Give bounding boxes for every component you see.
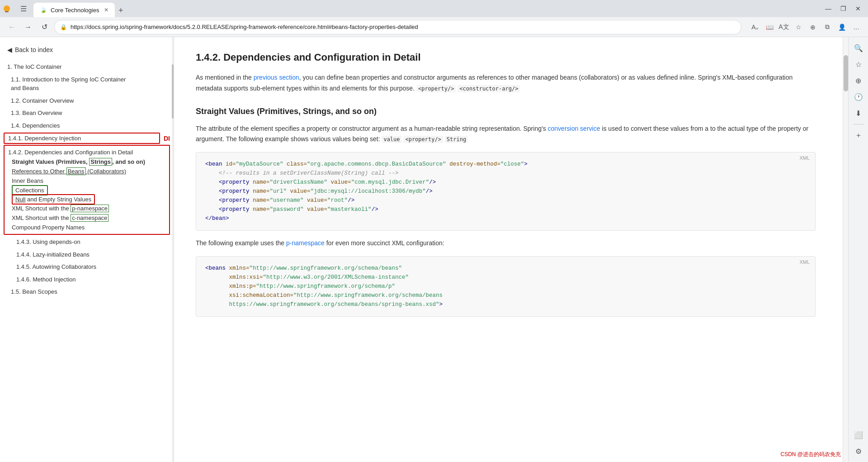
nav-group-142: 1.4.2. Dependencies and Configuration in… [4,145,170,235]
nav-item-dep-injection-row: 1.4.1. Dependency Injection DI [4,133,170,144]
main-scrollbar-thumb [844,55,848,91]
nav-item-15[interactable]: 1.5. Bean Scopes [0,286,174,298]
forward-btn[interactable]: → [22,21,34,33]
code-line-3: <property name="driverClassName" value="… [205,178,806,187]
address-bar-row: ← → ↺ 🔒 https://docs.spring.io/spring-fr… [0,17,868,37]
downloads-sidebar-btn[interactable]: ⬇ [851,106,866,120]
title-bar: ⎯ ☰ 🍃 Core Technologies ✕ + — ❐ ✕ [0,0,868,17]
favorites-sidebar-btn[interactable]: ☆ [851,57,866,71]
previous-section-link[interactable]: previous section [254,74,299,81]
value-code: value [382,136,401,143]
add-sidebar-btn[interactable]: ＋ [851,128,866,143]
window-controls: ⎯ [4,5,10,12]
conversion-service-link[interactable]: conversion service [548,125,600,132]
sidebar-nav: 1. The IoC Container 1.1. Introduction t… [0,61,174,298]
address-bar[interactable]: 🔒 https://docs.spring.io/spring-framewor… [54,20,741,34]
search-icon-btn[interactable]: 🔍 [851,41,866,55]
window-actions: — ❐ ✕ [821,3,864,14]
nav-item-inner-beans[interactable]: Inner Beans [5,176,169,186]
nav-item-143[interactable]: 1.4.3. Using depends-on [0,236,174,248]
back-to-index-label: Back to index [15,46,53,53]
settings-btn[interactable]: … [850,21,863,33]
nav-item-straight-values[interactable]: Straight Values (Primitives, Strings, an… [5,157,169,167]
para2: The attribute of the element specifies a… [196,124,816,145]
nav-item-intro[interactable]: 1.1. Introduction to the Spring IoC Cont… [0,73,174,95]
minimize-btn[interactable]: ⎯ [4,5,10,12]
sidebar-toggle-btn[interactable]: ☰ [17,2,30,15]
extensions-btn[interactable]: ⧉ [821,21,834,33]
collections-sidebar-btn[interactable]: ⊕ [851,73,866,88]
subtitle-straight-values: Straight Values (Primitives, Strings, an… [196,107,816,116]
property-code2: <property/> [403,136,443,143]
nav-item-null[interactable]: Null and Empty String Values [12,194,95,205]
sidebar-scrollbar-thumb [172,64,174,119]
nav-item-ref-other-beans[interactable]: References to Other Beans (Collaborators… [5,167,169,176]
new-tab-btn[interactable]: + [115,4,127,17]
favorites-btn[interactable]: ☆ [792,21,805,33]
refresh-btn[interactable]: ↺ [38,21,51,33]
nav-item-146[interactable]: 1.4.6. Method Injection [0,273,174,286]
watermark: CSDN @进击的码农免充 [780,451,841,458]
intro-paragraph: As mentioned in the previous section, yo… [196,72,816,94]
close-window-btn[interactable]: ✕ [852,3,864,14]
code-line-5: <property name="username" value="root"/> [205,196,806,205]
right-sidebar-divider [853,124,864,124]
profile-btn[interactable]: 👤 [835,21,848,33]
main-scrollbar[interactable] [843,37,848,462]
back-btn[interactable]: ← [5,21,18,33]
string-code: String [445,136,468,143]
di-badge: DI [164,135,170,142]
para3-after: for even more succinct XML configuration… [325,239,444,247]
code-line-2: <!-- results in a setDriverClassName(Str… [205,169,806,178]
back-arrow-icon: ◀ [7,46,12,53]
code-line-4: <property name="url" value="jdbc:mysql:/… [205,187,806,196]
nav-item-145[interactable]: 1.4.5. Autowiring Collaborators [0,261,174,273]
nav-item-dependencies[interactable]: 1.4. Dependencies [0,119,174,132]
code-block-2: XML <beans xmlns="http://www.springframe… [196,256,816,317]
toolbar-icons: Aᵥ 📖 A文 ☆ ⊕ ⧉ 👤 … [749,21,863,33]
para2-before: The attribute of the element specifies a… [196,125,548,132]
code2-line-2: xmlns:xsi="http://www.w3.org/2001/XMLSch… [205,273,806,282]
nav-item-c-namespace[interactable]: XML Shortcut with the c-namespace [5,213,169,223]
code2-line-5: https://www.springframework.org/schema/b… [205,300,806,309]
nav-item-ioc-container[interactable]: 1. The IoC Container [0,61,174,73]
constructor-arg-code: <constructor-arg/> [458,85,520,92]
code2-line-3: xmlns:p="http://www.springframework.org/… [205,282,806,291]
strings-highlight: Strings [89,158,112,166]
minimize-window-btn[interactable]: — [821,3,835,14]
code-block-1: XML <bean id="myDataSource" class="org.a… [196,152,816,231]
restore-window-btn[interactable]: ❐ [837,3,850,14]
active-tab[interactable]: 🍃 Core Technologies ✕ [33,3,115,17]
code-lang-1: XML [799,154,810,162]
sidebar-expand-btn[interactable]: ⬜ [851,428,866,442]
right-sidebar: 🔍 ☆ ⊕ 🕐 ⬇ ＋ ⬜ ⚙ [848,37,868,462]
back-to-index-link[interactable]: ◀ Back to index [0,43,174,57]
tab-close-btn[interactable]: ✕ [104,7,108,13]
nav-item-144[interactable]: 1.4.4. Lazy-initialized Beans [0,248,174,261]
nav-item-p-namespace[interactable]: XML Shortcut with the p-namespace [5,204,169,213]
browser-content: ◀ Back to index 1. The IoC Container 1.1… [0,37,868,462]
nav-item-dep-injection[interactable]: 1.4.1. Dependency Injection [4,133,160,144]
collections-btn[interactable]: ⊕ [807,21,819,33]
nav-item-bean-overview[interactable]: 1.3. Bean Overview [0,107,174,119]
url-text: https://docs.spring.io/spring-framework/… [71,24,736,30]
nav-item-compound-props[interactable]: Compound Property Names [5,223,169,232]
nav-item-container-overview[interactable]: 1.2. Container Overview [0,95,174,107]
reader-mode-btn[interactable]: Aᵥ [749,21,761,33]
history-sidebar-btn[interactable]: 🕐 [851,90,866,104]
browser-window: ⎯ ☰ 🍃 Core Technologies ✕ + — ❐ ✕ ← → ↺ … [0,0,868,462]
p-namespace-link[interactable]: p-namespace [286,239,325,247]
page-title: 1.4.2. Dependencies and Configuration in… [196,52,816,63]
sidebar-scrollbar [172,37,174,462]
immersive-reader-btn[interactable]: 📖 [763,21,776,33]
code-line-6: <property name="password" value="masterk… [205,205,806,214]
sidebar-settings-btn[interactable]: ⚙ [851,444,866,458]
nav-item-142[interactable]: 1.4.2. Dependencies and Configuration in… [5,148,169,157]
para3: The following example uses the p-namespa… [196,238,816,249]
lock-icon: 🔒 [60,24,67,30]
sidebar-toc: ◀ Back to index 1. The IoC Container 1.1… [0,37,174,462]
property-code: <property/> [416,85,456,92]
code-line-7: </bean> [205,214,806,223]
translate-btn[interactable]: A文 [778,21,790,33]
main-content: 1.4.2. Dependencies and Configuration in… [174,37,843,462]
